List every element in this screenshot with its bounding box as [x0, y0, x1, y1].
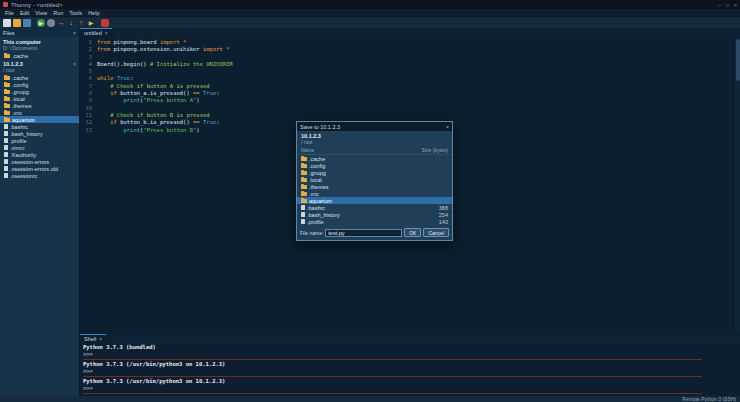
window-close-button[interactable]: × — [734, 2, 737, 8]
folder-icon — [301, 185, 307, 189]
save-dialog-file-list: .cache.config.gnupg.local.themes.vncaqua… — [297, 155, 452, 225]
editor-scrollbar[interactable] — [735, 37, 740, 333]
code-token — [97, 83, 110, 89]
maximize-button[interactable]: □ — [726, 2, 729, 8]
file-row[interactable]: .themes — [297, 183, 452, 190]
ok-button[interactable]: OK — [404, 228, 421, 237]
step-over-icon[interactable]: → — [57, 19, 65, 27]
file-row[interactable]: .cache — [0, 52, 79, 59]
stop-icon[interactable] — [101, 19, 109, 27]
file-row[interactable]: .Xauthority — [0, 151, 79, 158]
menu-tools[interactable]: Tools — [66, 9, 85, 17]
file-row[interactable]: .vimrc — [0, 144, 79, 151]
file-row[interactable]: .vnc — [0, 109, 79, 116]
code-token: == — [193, 90, 203, 96]
editor-scrollbar-thumb[interactable] — [736, 39, 740, 81]
backend-status[interactable]: Remote Python 3 (SSH) — [682, 396, 736, 402]
file-row[interactable]: .bash_history254 — [297, 211, 452, 218]
file-row[interactable]: .profile — [0, 137, 79, 144]
file-row[interactable]: .themes — [0, 102, 79, 109]
title-bar: Thonny - <untitled> – □ × — [0, 0, 740, 9]
file-icon — [301, 212, 305, 217]
save-dialog: Save to 10.1.2.3 × 10.1.2.3 / root Name … — [296, 121, 453, 241]
menu-file[interactable]: File — [2, 9, 17, 17]
menu-edit[interactable]: Edit — [17, 9, 32, 17]
line-number: 4 — [80, 61, 92, 68]
file-row[interactable]: .gnupg — [297, 169, 452, 176]
thonny-logo-icon — [3, 2, 8, 7]
file-name: .cache — [12, 75, 28, 81]
menu-view[interactable]: View — [32, 9, 50, 17]
resume-icon[interactable]: ▶ — [87, 19, 95, 27]
debug-icon[interactable] — [47, 19, 55, 27]
tab-shell[interactable]: Shell × — [80, 334, 106, 343]
tab-close-icon[interactable]: × — [105, 30, 108, 36]
file-name: .bashrc — [307, 205, 325, 211]
folder-icon — [301, 192, 307, 196]
step-out-icon[interactable]: ↑ — [77, 19, 85, 27]
code-text[interactable]: from pinpong.board import *from pinpong.… — [94, 37, 233, 333]
folder-icon — [4, 90, 10, 94]
code-token: : — [130, 75, 133, 81]
file-row[interactable]: .vnc — [297, 190, 452, 197]
minimize-button[interactable]: – — [718, 2, 721, 8]
code-token: from — [97, 46, 114, 52]
file-name: .local — [12, 96, 25, 102]
file-row[interactable]: .xsessionrc — [0, 172, 79, 179]
file-row[interactable]: .bashrc — [0, 123, 79, 130]
folder-icon — [4, 104, 10, 108]
code-line: while True: — [97, 75, 233, 82]
shell-panel: Shell × Python 3.7.3 (bundled)>>>Python … — [80, 333, 740, 396]
file-row[interactable]: .cache — [297, 155, 452, 162]
file-row[interactable]: .cache — [0, 74, 79, 81]
shell-close-icon[interactable]: × — [99, 336, 102, 342]
shell-tab-bar: Shell × — [80, 334, 740, 343]
menu-help[interactable]: Help — [85, 9, 102, 17]
line-number: 11 — [80, 112, 92, 119]
file-row[interactable]: .xsession-errors.old — [0, 165, 79, 172]
code-line: # Check if button A is pressed — [97, 83, 233, 90]
save-icon[interactable] — [23, 19, 31, 27]
file-name: .themes — [12, 103, 32, 109]
step-into-icon[interactable]: ↓ — [67, 19, 75, 27]
code-token: pinpong.board — [114, 39, 160, 45]
file-row[interactable]: .gnupg — [0, 88, 79, 95]
line-number-gutter: 12345678910111213 — [80, 37, 94, 333]
file-row[interactable]: aquarium — [0, 116, 79, 123]
editor-tab-label: untitled — [84, 30, 102, 36]
code-token — [97, 127, 124, 133]
folder-icon — [301, 199, 307, 203]
file-row[interactable]: .local — [0, 95, 79, 102]
column-name[interactable]: Name — [301, 147, 314, 153]
file-row[interactable]: .xsession-errors — [0, 158, 79, 165]
run-icon[interactable]: ▶ — [37, 19, 45, 27]
file-name-input[interactable] — [325, 229, 402, 237]
tab-untitled[interactable]: untitled × — [80, 28, 112, 37]
shell-output[interactable]: Python 3.7.3 (bundled)>>>Python 3.7.3 (/… — [80, 343, 740, 396]
file-icon — [4, 131, 8, 136]
line-number: 9 — [80, 97, 92, 104]
file-row[interactable]: .config — [0, 81, 79, 88]
file-icon — [4, 145, 8, 150]
file-row[interactable]: .bash_history — [0, 130, 79, 137]
cancel-button[interactable]: Cancel — [423, 228, 449, 237]
menu-run[interactable]: Run — [50, 9, 66, 17]
save-dialog-close-icon[interactable]: × — [446, 124, 449, 130]
file-row[interactable]: .profile140 — [297, 218, 452, 225]
new-file-icon[interactable] — [3, 19, 11, 27]
code-token: Board().begin() — [97, 61, 150, 67]
folder-icon — [301, 157, 307, 161]
file-row[interactable]: .local — [297, 176, 452, 183]
remote-files-header: 10.1.2.3 × — [0, 59, 79, 67]
file-row[interactable]: .bashrc388 — [297, 204, 452, 211]
remote-files-list: .cache.config.gnupg.local.themes.vncaqua… — [0, 74, 79, 179]
restart-separator — [83, 376, 702, 377]
files-panel-close-icon[interactable]: × — [73, 30, 76, 36]
code-token: import — [203, 46, 226, 52]
file-row[interactable]: .config — [297, 162, 452, 169]
column-size[interactable]: Size (bytes) — [422, 147, 448, 153]
menu-bar: FileEditViewRunToolsHelp — [0, 9, 740, 17]
save-dialog-footer: File name: OK Cancel — [297, 225, 452, 240]
open-file-icon[interactable] — [13, 19, 21, 27]
file-row[interactable]: aquarium — [297, 197, 452, 204]
